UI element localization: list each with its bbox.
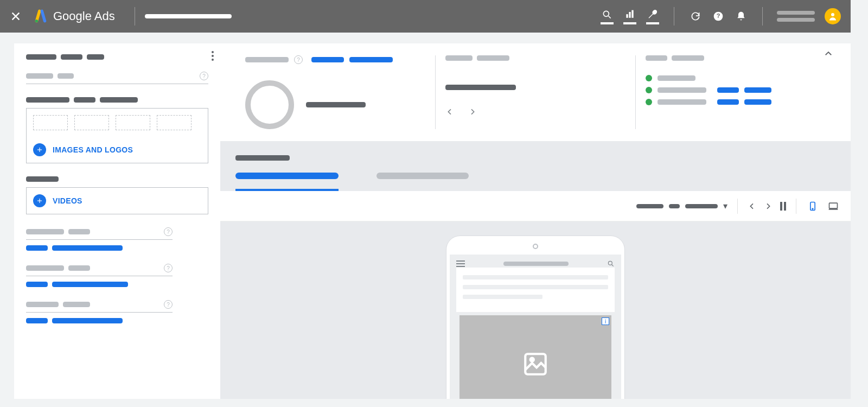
image-slot[interactable]: [74, 115, 109, 130]
image-slot[interactable]: [157, 115, 192, 130]
svg-point-7: [831, 13, 834, 16]
checklist-block: [635, 55, 835, 129]
preview-tab[interactable]: [376, 173, 469, 191]
ad-strength-ring: [245, 80, 294, 129]
image-thumbnails: [27, 109, 208, 137]
svg-point-1: [603, 11, 609, 16]
section-heading: [26, 176, 208, 182]
phone-frame: i: [446, 236, 625, 399]
top-app-bar: Google Ads ?: [0, 0, 851, 33]
svg-point-13: [531, 358, 534, 361]
checklist-item: [646, 99, 826, 105]
svg-point-11: [608, 261, 612, 265]
status-dot-icon: [646, 99, 652, 105]
preview-stage: i: [220, 221, 851, 399]
summary-strip: ?: [220, 43, 851, 141]
help-icon[interactable]: ?: [164, 264, 173, 272]
ad-strength-block: ?: [235, 55, 435, 129]
refresh-icon[interactable]: [689, 10, 702, 23]
prev-preview-icon[interactable]: [748, 202, 756, 211]
link-row[interactable]: [26, 245, 208, 251]
field-final-url[interactable]: ?: [26, 72, 208, 84]
image-slot[interactable]: [33, 115, 68, 130]
preview-toolbar: ▾: [220, 191, 851, 221]
preview-tab-active[interactable]: [235, 173, 339, 191]
checklist-item: [646, 87, 826, 93]
menu-icon: [456, 260, 465, 267]
link-row[interactable]: [26, 282, 208, 287]
field-row[interactable]: ?: [26, 264, 173, 276]
account-info-placeholder: [777, 11, 815, 22]
tools-icon[interactable]: [646, 8, 659, 24]
search-icon[interactable]: [601, 8, 614, 24]
help-icon[interactable]: ?: [712, 10, 725, 23]
plus-icon: [33, 143, 46, 156]
preview-header: [220, 141, 851, 191]
svg-rect-2: [626, 14, 628, 18]
svg-rect-3: [629, 12, 630, 18]
help-icon[interactable]: ?: [294, 55, 303, 64]
svg-text:?: ?: [717, 12, 720, 19]
videos-box: VIDEOS: [26, 187, 208, 214]
more-menu-icon[interactable]: [212, 51, 214, 61]
next-preview-icon[interactable]: [764, 202, 773, 211]
collapse-icon[interactable]: [814, 49, 843, 61]
add-videos-button[interactable]: VIDEOS: [27, 188, 208, 214]
help-icon[interactable]: ?: [200, 72, 208, 80]
svg-point-9: [812, 208, 813, 209]
form-title: [26, 54, 208, 60]
image-placeholder-icon: [522, 351, 549, 378]
account-field-placeholder[interactable]: [145, 14, 232, 18]
section-heading: [26, 97, 208, 103]
reports-icon[interactable]: [623, 8, 636, 24]
mock-browser: i: [450, 255, 621, 399]
mobile-device-icon[interactable]: [806, 201, 819, 212]
divider: [674, 7, 674, 26]
search-icon: [607, 260, 615, 268]
link-row[interactable]: [26, 318, 208, 323]
preview-panel: ?: [220, 43, 851, 399]
svg-rect-4: [631, 10, 633, 18]
status-dot-icon: [646, 87, 652, 93]
field-row[interactable]: ?: [26, 300, 173, 313]
chevron-down-icon: ▾: [723, 201, 727, 211]
pause-icon[interactable]: [780, 202, 786, 211]
next-icon[interactable]: [468, 107, 477, 116]
google-ads-icon: [34, 9, 48, 23]
add-videos-label: VIDEOS: [53, 196, 82, 205]
phone-speaker: [533, 244, 538, 249]
checklist-item: [646, 75, 826, 81]
add-images-label: IMAGES AND LOGOS: [53, 145, 133, 154]
svg-rect-10: [829, 203, 838, 208]
main-content: ? IMAGES AND LOGOS VIDEOS: [0, 33, 851, 399]
divider: [135, 7, 135, 26]
ad-preview-unit: i: [459, 315, 611, 399]
plus-icon: [33, 194, 46, 207]
product-name: Google Ads: [53, 9, 115, 23]
desktop-device-icon[interactable]: [827, 201, 840, 212]
svg-point-0: [35, 20, 38, 22]
help-icon[interactable]: ?: [164, 227, 173, 236]
divider: [762, 7, 763, 26]
preview-tabs: [235, 173, 835, 191]
close-icon[interactable]: [10, 10, 22, 22]
user-avatar[interactable]: [825, 8, 841, 24]
field-row[interactable]: ?: [26, 227, 173, 240]
address-bar-placeholder: [503, 262, 569, 266]
mock-content: [456, 268, 615, 312]
ad-info-icon[interactable]: i: [602, 317, 609, 325]
add-images-logos-button[interactable]: IMAGES AND LOGOS: [27, 137, 208, 163]
images-logos-box: IMAGES AND LOGOS: [26, 108, 208, 163]
product-logo: Google Ads: [34, 9, 115, 23]
prev-icon[interactable]: [445, 107, 454, 116]
preview-size-dropdown[interactable]: ▾: [636, 201, 727, 211]
notifications-icon[interactable]: [735, 10, 748, 23]
status-dot-icon: [646, 75, 652, 81]
image-slot[interactable]: [116, 115, 150, 130]
form-panel: ? IMAGES AND LOGOS VIDEOS: [14, 43, 220, 399]
suggestions-block: [435, 55, 635, 129]
help-icon[interactable]: ?: [164, 300, 173, 309]
